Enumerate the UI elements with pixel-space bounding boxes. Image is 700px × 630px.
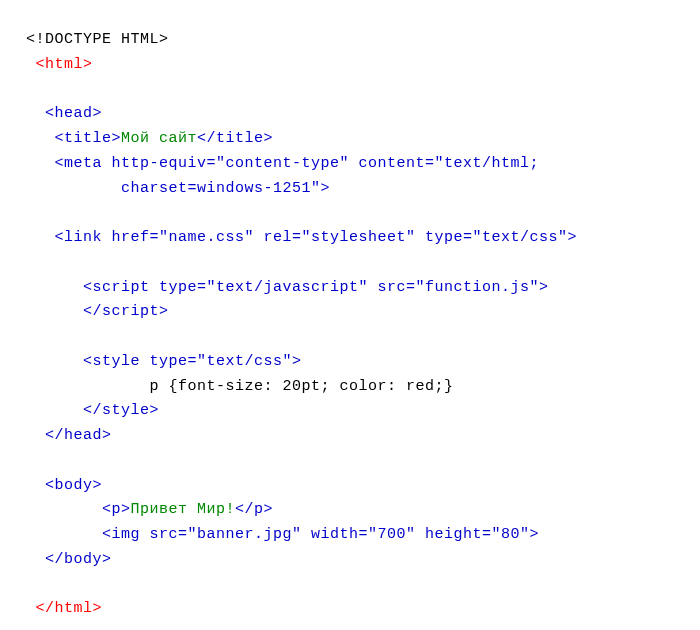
code-line: </body> xyxy=(26,548,700,573)
code-line: <html> xyxy=(26,53,700,78)
code-line: charset=windows-1251"> xyxy=(26,177,700,202)
code-token: </html> xyxy=(36,600,103,617)
code-line: <body> xyxy=(26,474,700,499)
code-line xyxy=(26,573,700,598)
code-token: <link href="name.css" rel="stylesheet" t… xyxy=(55,229,578,246)
code-token: <html> xyxy=(36,56,93,73)
code-line: </style> xyxy=(26,399,700,424)
code-token: p {font-size: 20pt; color: red;} xyxy=(150,378,454,395)
code-line: p {font-size: 20pt; color: red;} xyxy=(26,375,700,400)
code-line: <script type="text/javascript" src="func… xyxy=(26,276,700,301)
code-token: Мой сайт xyxy=(121,130,197,147)
code-token: <head> xyxy=(45,105,102,122)
code-token: <style type="text/css"> xyxy=(83,353,302,370)
code-token: </body> xyxy=(45,551,112,568)
code-line xyxy=(26,449,700,474)
code-snippet: <!DOCTYPE HTML> <html> <head> <title>Мой… xyxy=(26,28,700,622)
code-line: <link href="name.css" rel="stylesheet" t… xyxy=(26,226,700,251)
code-line xyxy=(26,78,700,103)
code-line: <!DOCTYPE HTML> xyxy=(26,28,700,53)
code-line: <title>Мой сайт</title> xyxy=(26,127,700,152)
code-token: </head> xyxy=(45,427,112,444)
code-line: <style type="text/css"> xyxy=(26,350,700,375)
code-line: </html> xyxy=(26,597,700,622)
code-token: </style> xyxy=(83,402,159,419)
code-token: </scr xyxy=(83,303,131,320)
code-line: <p>Привет Мир!</p> xyxy=(26,498,700,523)
code-line: <img src="banner.jpg" width="700" height… xyxy=(26,523,700,548)
code-token: charset=windows-1251"> xyxy=(121,180,330,197)
code-token: </title> xyxy=(197,130,273,147)
code-token: <p> xyxy=(102,501,131,518)
code-line: </head> xyxy=(26,424,700,449)
code-token: </p> xyxy=(235,501,273,518)
code-token: <img src="banner.jpg" width="700" height… xyxy=(102,526,539,543)
code-token: <body> xyxy=(45,477,102,494)
code-line: <head> xyxy=(26,102,700,127)
code-line xyxy=(26,325,700,350)
code-token: <!DOCTYPE HTML> xyxy=(26,31,169,48)
code-token: ipt> xyxy=(131,303,169,320)
code-line: </script> xyxy=(26,300,700,325)
code-line xyxy=(26,201,700,226)
code-token: <title> xyxy=(55,130,122,147)
code-token: Привет Мир! xyxy=(131,501,236,518)
code-token: <script type="text/javascript" src="func… xyxy=(83,279,549,296)
code-token: <meta http-equiv="content-type" content=… xyxy=(55,155,540,172)
code-line xyxy=(26,251,700,276)
code-line: <meta http-equiv="content-type" content=… xyxy=(26,152,700,177)
